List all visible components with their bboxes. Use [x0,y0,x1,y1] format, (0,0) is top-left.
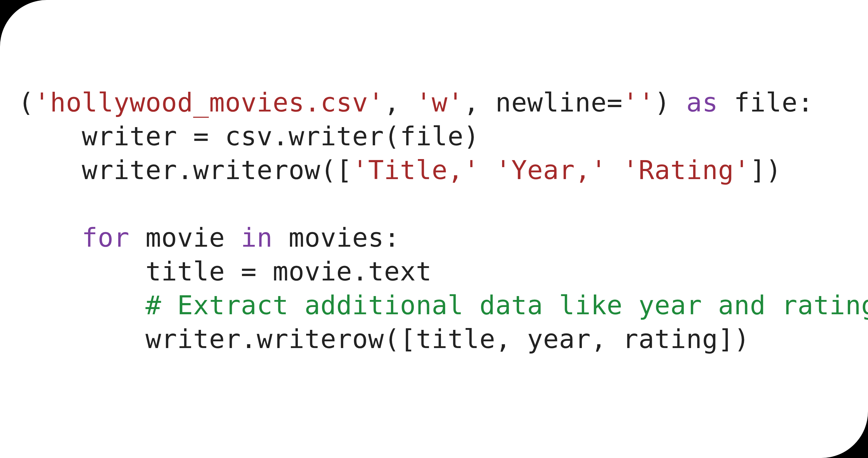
code-token: title = movie.text [18,256,432,287]
code-token-keyword: for [82,222,130,253]
code-token: movie [129,222,241,253]
code-token-string: 'hollywood_movies.csv' [34,87,384,118]
code-block: ('hollywood_movies.csv', 'w', newline=''… [18,86,850,356]
code-token: , newline= [464,87,623,118]
code-token-string: 'Rating' [623,155,750,185]
code-token-keyword: as [686,87,718,118]
code-token [18,222,82,253]
code-card: ('hollywood_movies.csv', 'w', newline=''… [0,0,868,458]
code-token: movies: [273,222,400,253]
code-token: ( [18,87,34,118]
code-token: file: [718,87,813,118]
code-token-comment: # Extract additional data like year and … [146,290,868,320]
code-token: writer.writerow([ [18,155,352,185]
code-token [607,155,623,185]
code-token [18,290,146,320]
code-token-string: 'Title,' [352,155,479,185]
code-token-string: 'Year,' [495,155,607,185]
code-token: writer.writerow([title, year, rating]) [18,324,750,354]
code-token [479,155,495,185]
code-token-string: 'w' [416,87,464,118]
code-token-string: '' [623,87,654,118]
code-token: ) [654,87,686,118]
code-token-keyword: in [241,222,273,253]
code-token: writer = csv.writer(file) [18,121,479,152]
code-token: ]) [750,155,781,185]
code-token: , [384,87,416,118]
